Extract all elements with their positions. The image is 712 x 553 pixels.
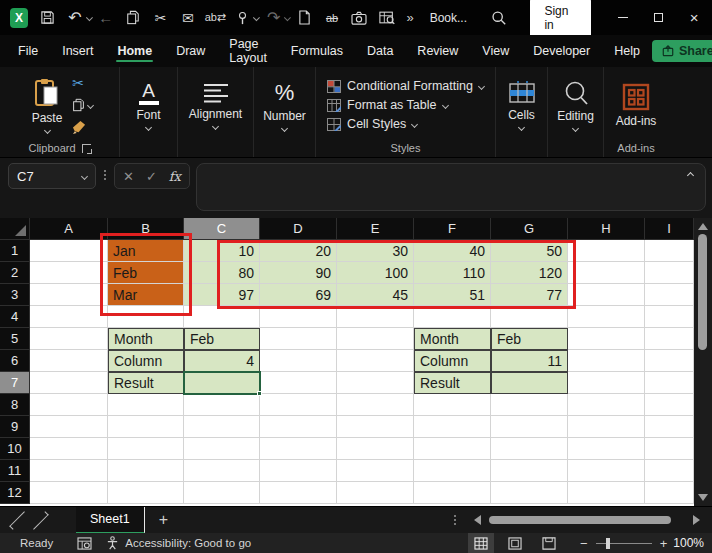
- cell-H4[interactable]: [568, 306, 645, 328]
- cell-H10[interactable]: [568, 438, 645, 460]
- tab-help[interactable]: Help: [602, 36, 652, 66]
- cell-E12[interactable]: [337, 482, 414, 504]
- cell-D9[interactable]: [260, 416, 337, 438]
- tab-scroll-handle[interactable]: [454, 515, 456, 525]
- cell-F8[interactable]: [414, 394, 491, 416]
- cell-E8[interactable]: [337, 394, 414, 416]
- row-header-1[interactable]: 1: [0, 240, 30, 262]
- cell-E11[interactable]: [337, 460, 414, 482]
- cell-D2[interactable]: 90: [260, 262, 337, 284]
- column-header-E[interactable]: E: [337, 218, 414, 240]
- row-header-6[interactable]: 6: [0, 350, 30, 372]
- cell-H11[interactable]: [568, 460, 645, 482]
- cell-I1[interactable]: [645, 240, 694, 262]
- column-header-H[interactable]: H: [568, 218, 645, 240]
- cell-G8[interactable]: [491, 394, 568, 416]
- confirm-entry-icon[interactable]: ✓: [146, 169, 157, 184]
- cell-F3[interactable]: 51: [414, 284, 491, 306]
- cell-I5[interactable]: [645, 328, 694, 350]
- column-header-D[interactable]: D: [260, 218, 337, 240]
- cell-I11[interactable]: [645, 460, 694, 482]
- copy-icon[interactable]: [123, 6, 144, 30]
- normal-view-button[interactable]: [468, 533, 494, 553]
- cell-G3[interactable]: 77: [491, 284, 568, 306]
- undo-dropdown-icon[interactable]: [85, 14, 92, 21]
- cell-H8[interactable]: [568, 394, 645, 416]
- touch-mode-dropdown-icon[interactable]: [253, 14, 260, 21]
- cell-F11[interactable]: [414, 460, 491, 482]
- cell-B12[interactable]: [108, 482, 184, 504]
- row-header-12[interactable]: 12: [0, 482, 30, 504]
- scroll-left-icon[interactable]: [474, 515, 481, 525]
- cell-D12[interactable]: [260, 482, 337, 504]
- cell-C11[interactable]: [184, 460, 260, 482]
- cell-F5[interactable]: Month: [414, 328, 491, 350]
- cell-G5[interactable]: Feb: [491, 328, 568, 350]
- cell-A8[interactable]: [30, 394, 108, 416]
- cell-A2[interactable]: [30, 262, 108, 284]
- toolbar-overflow-icon[interactable]: »: [406, 10, 413, 25]
- row-header-2[interactable]: 2: [0, 262, 30, 284]
- vertical-scroll-thumb[interactable]: [698, 234, 707, 350]
- cell-B5[interactable]: Month: [108, 328, 184, 350]
- cell-G9[interactable]: [491, 416, 568, 438]
- column-header-G[interactable]: G: [491, 218, 568, 240]
- cell-A10[interactable]: [30, 438, 108, 460]
- zoom-percentage[interactable]: 100%: [673, 536, 704, 550]
- cancel-entry-icon[interactable]: ✕: [123, 169, 134, 184]
- paste-button[interactable]: Paste: [26, 76, 69, 135]
- cell-B1[interactable]: Jan: [108, 240, 184, 262]
- row-header-3[interactable]: 3: [0, 284, 30, 306]
- cell-A9[interactable]: [30, 416, 108, 438]
- formula-bar-handle[interactable]: [102, 163, 108, 187]
- collapse-formula-bar-icon[interactable]: [687, 172, 694, 179]
- column-header-I[interactable]: I: [645, 218, 694, 240]
- cell-C1[interactable]: 10: [184, 240, 260, 262]
- zoom-slider-handle[interactable]: [606, 538, 610, 549]
- find-replace-icon[interactable]: ab⇄: [205, 6, 226, 30]
- cell-B8[interactable]: [108, 394, 184, 416]
- cell-B10[interactable]: [108, 438, 184, 460]
- cell-B7[interactable]: Result: [108, 372, 184, 394]
- cell-G12[interactable]: [491, 482, 568, 504]
- cell-C2[interactable]: 80: [184, 262, 260, 284]
- row-header-5[interactable]: 5: [0, 328, 30, 350]
- fill-handle[interactable]: [257, 391, 262, 396]
- cell-D6[interactable]: [260, 350, 337, 372]
- cell-B3[interactable]: Mar: [108, 284, 184, 306]
- cell-I3[interactable]: [645, 284, 694, 306]
- cell-I7[interactable]: [645, 372, 694, 394]
- cut-button[interactable]: ✂: [72, 74, 93, 92]
- zoom-in-button[interactable]: +: [660, 536, 668, 551]
- cell-D4[interactable]: [260, 306, 337, 328]
- zoom-slider[interactable]: [596, 543, 652, 544]
- cell-D3[interactable]: 69: [260, 284, 337, 306]
- cell-E6[interactable]: [337, 350, 414, 372]
- cell-F4[interactable]: [414, 306, 491, 328]
- save-icon[interactable]: [37, 6, 58, 30]
- copy-button[interactable]: [72, 96, 93, 114]
- cell-A1[interactable]: [30, 240, 108, 262]
- table-preview-icon[interactable]: [376, 6, 397, 30]
- cell-B6[interactable]: Column: [108, 350, 184, 372]
- cell-C3[interactable]: 97: [184, 284, 260, 306]
- select-all-corner[interactable]: [0, 218, 30, 240]
- cell-A6[interactable]: [30, 350, 108, 372]
- clipboard-dialog-launcher-icon[interactable]: [82, 144, 91, 153]
- tab-developer[interactable]: Developer: [521, 36, 602, 66]
- row-header-10[interactable]: 10: [0, 438, 30, 460]
- close-button[interactable]: ×: [676, 0, 712, 35]
- cell-D10[interactable]: [260, 438, 337, 460]
- search-icon[interactable]: [488, 6, 509, 30]
- cell-I6[interactable]: [645, 350, 694, 372]
- sign-in-button[interactable]: Sign in: [530, 0, 591, 37]
- tab-draw[interactable]: Draw: [164, 36, 217, 66]
- cell-E2[interactable]: 100: [337, 262, 414, 284]
- cell-F10[interactable]: [414, 438, 491, 460]
- cell-E5[interactable]: [337, 328, 414, 350]
- cell-I8[interactable]: [645, 394, 694, 416]
- share-button[interactable]: Share: [652, 40, 712, 62]
- horizontal-scroll-thumb[interactable]: [489, 516, 671, 524]
- cell-F6[interactable]: Column: [414, 350, 491, 372]
- cell-H12[interactable]: [568, 482, 645, 504]
